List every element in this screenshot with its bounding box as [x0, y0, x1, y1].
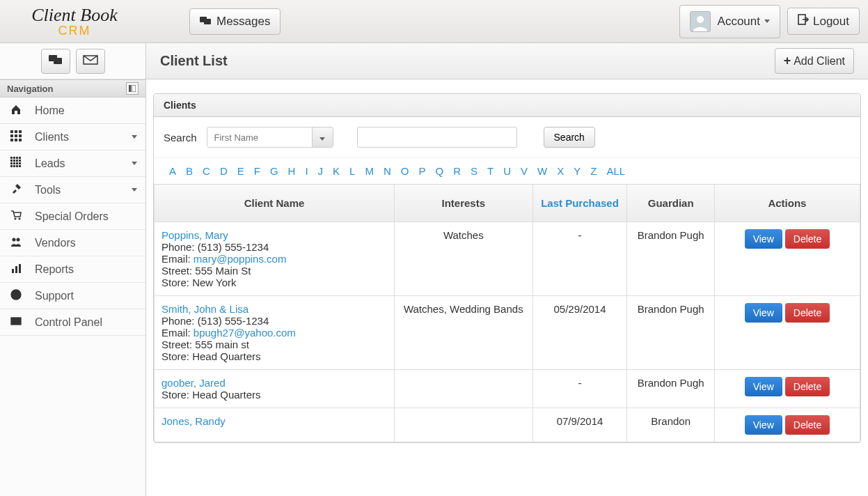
svg-rect-9 [10, 130, 13, 133]
alpha-filter-b[interactable]: B [186, 165, 193, 177]
plus-icon: + [784, 54, 791, 68]
svg-rect-18 [10, 157, 13, 159]
alpha-filter-u[interactable]: U [503, 165, 511, 177]
delete-button[interactable]: Delete [785, 303, 830, 323]
svg-rect-22 [10, 160, 13, 162]
view-button[interactable]: View [745, 229, 782, 249]
alpha-filter-n[interactable]: N [384, 165, 391, 177]
add-client-button[interactable]: + Add Client [775, 48, 854, 74]
alpha-filter-m[interactable]: M [365, 165, 374, 177]
people-icon [10, 236, 22, 250]
view-button[interactable]: View [745, 415, 782, 435]
sidebar-item-reports[interactable]: Reports [0, 256, 145, 283]
alpha-filter-d[interactable]: D [220, 165, 228, 177]
alpha-filter-p[interactable]: P [418, 165, 425, 177]
th-last-purchased[interactable]: Last Purchased [532, 185, 627, 222]
logout-button[interactable]: Logout [787, 8, 860, 35]
svg-rect-7 [129, 85, 131, 92]
svg-rect-27 [13, 162, 15, 164]
alpha-filter-f[interactable]: F [254, 165, 260, 177]
alpha-filter-g[interactable]: G [270, 165, 278, 177]
caret-down-icon [764, 20, 770, 23]
th-guardian[interactable]: Guardian [627, 185, 714, 222]
alpha-filter-q[interactable]: Q [435, 165, 443, 177]
nav-list: HomeClientsLeadsToolsSpecial OrdersVendo… [0, 98, 145, 336]
alpha-filter-v[interactable]: V [521, 165, 528, 177]
alpha-filter-h[interactable]: H [288, 165, 296, 177]
delete-button[interactable]: Delete [785, 377, 830, 396]
alpha-filter-w[interactable]: W [537, 165, 547, 177]
table-row: Jones, Randy07/9/2014BrandonViewDelete [155, 408, 860, 442]
search-field-combo[interactable] [207, 127, 333, 148]
alpha-filter-y[interactable]: Y [574, 165, 581, 177]
client-name-link[interactable]: Jones, Randy [161, 415, 226, 427]
page-title: Client List [160, 53, 228, 69]
client-email-link[interactable]: mary@poppins.com [194, 253, 287, 265]
account-button[interactable]: Account [679, 5, 780, 38]
alpha-filter-i[interactable]: I [305, 165, 308, 177]
sidebar-item-label: Tools [35, 184, 61, 196]
alpha-filter-r[interactable]: R [453, 165, 461, 177]
delete-button[interactable]: Delete [785, 229, 830, 249]
table-row: Smith, John & LisaPhone: (513) 555-1234E… [155, 296, 860, 370]
alpha-filter-e[interactable]: E [237, 165, 244, 177]
delete-button[interactable]: Delete [785, 415, 830, 435]
alpha-filter-t[interactable]: T [487, 165, 494, 177]
svg-rect-17 [19, 139, 22, 141]
sidebar-item-label: Special Orders [35, 210, 109, 223]
search-field-dropdown-button[interactable] [312, 127, 333, 147]
sidebar-item-support[interactable]: Support [0, 283, 145, 309]
view-button[interactable]: View [745, 377, 782, 396]
alpha-filter-a[interactable]: A [169, 165, 176, 177]
alpha-filter-c[interactable]: C [203, 165, 210, 177]
mail-icon [83, 55, 98, 67]
sidebar-item-label: Vendors [35, 237, 76, 249]
svg-rect-5 [54, 58, 62, 64]
alpha-filter-j[interactable]: J [318, 165, 324, 177]
alpha-filter-z[interactable]: Z [590, 165, 597, 177]
th-interests[interactable]: Interests [394, 185, 532, 222]
nav-header: Navigation [0, 79, 145, 98]
collapse-icon[interactable] [126, 82, 139, 95]
search-field-input[interactable] [207, 127, 312, 147]
content: Client List + Add Client Clients Search … [146, 43, 868, 496]
chat-tool-button[interactable] [41, 49, 70, 74]
messages-button[interactable]: Messages [189, 8, 281, 35]
sidebar-item-special-orders[interactable]: Special Orders [0, 203, 145, 230]
cell-interests: Watches, Wedding Bands [394, 296, 532, 370]
client-email-label: Email: [161, 327, 194, 339]
alpha-filter-s[interactable]: S [471, 165, 478, 177]
search-input[interactable] [357, 127, 517, 148]
client-name-link[interactable]: goober, Jared [161, 377, 226, 389]
cell-client-name: goober, JaredStore: Head Quarters [155, 370, 395, 408]
alpha-filter-all[interactable]: ALL [606, 165, 625, 177]
mail-tool-button[interactable] [76, 49, 105, 74]
sidebar-item-tools[interactable]: Tools [0, 177, 145, 203]
view-button[interactable]: View [745, 303, 782, 323]
sidebar-item-control-panel[interactable]: Control Panel [0, 309, 145, 336]
th-actions: Actions [714, 185, 860, 222]
client-name-link[interactable]: Poppins, Mary [161, 229, 228, 241]
sidebar-item-vendors[interactable]: Vendors [0, 230, 145, 256]
cart-icon [10, 210, 22, 224]
th-client-name[interactable]: Client Name [155, 185, 395, 222]
alpha-filter-k[interactable]: K [333, 165, 340, 177]
sidebar-item-clients[interactable]: Clients [0, 124, 145, 150]
sidebar-item-label: Control Panel [35, 316, 102, 329]
alpha-filter-l[interactable]: L [349, 165, 355, 177]
alpha-filter-o[interactable]: O [401, 165, 409, 177]
sidebar-item-leads[interactable]: Leads [0, 150, 145, 177]
sidebar: Navigation HomeClientsLeadsToolsSpecial … [0, 43, 146, 496]
client-phone: Phone: (513) 555-1234 [161, 241, 269, 253]
client-name-link[interactable]: Smith, John & Lisa [161, 303, 248, 315]
sidebar-item-home[interactable]: Home [0, 98, 145, 124]
sidebar-item-label: Support [35, 290, 74, 302]
account-label: Account [718, 15, 760, 29]
svg-rect-19 [13, 157, 15, 159]
search-button[interactable]: Search [544, 127, 595, 148]
alpha-filter-x[interactable]: X [557, 165, 564, 177]
cell-client-name: Jones, Randy [155, 408, 395, 442]
messages-icon [200, 15, 212, 29]
messages-label: Messages [216, 15, 270, 29]
client-email-link[interactable]: bpugh27@yahoo.com [194, 327, 296, 339]
